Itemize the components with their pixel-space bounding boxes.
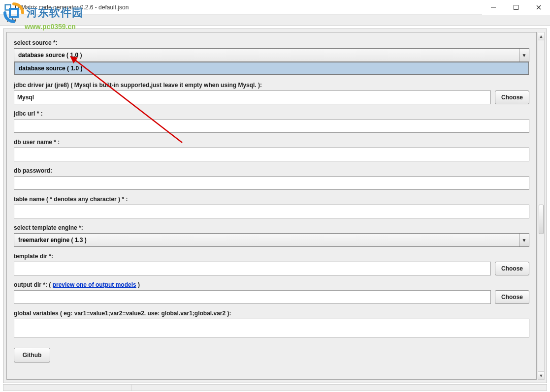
status-bar <box>3 384 547 391</box>
jdbc-driver-input[interactable] <box>14 90 491 104</box>
app-icon <box>4 3 12 11</box>
label-db-password: db password: <box>14 167 529 174</box>
scroll-down-icon[interactable]: ▼ <box>538 371 544 379</box>
output-dir-input[interactable] <box>14 290 491 304</box>
chevron-down-icon[interactable]: ▼ <box>519 49 529 61</box>
jdbc-url-input[interactable] <box>14 119 529 133</box>
label-table-name: table name ( * denotes any character ) *… <box>14 196 529 203</box>
template-engine-value: freemarker engine ( 1.3 ) <box>14 237 519 243</box>
status-segment <box>3 385 131 391</box>
vertical-scrollbar[interactable]: ▲ ▼ <box>538 32 545 380</box>
preview-output-link[interactable]: preview one of output models <box>53 281 136 288</box>
label-select-source: select source *: <box>14 39 529 46</box>
select-source-dropdown: database source ( 1.0 ) <box>14 62 529 75</box>
chevron-down-icon[interactable]: ▼ <box>519 234 529 246</box>
outer-panel: select source *: database source ( 1.0 )… <box>3 29 547 383</box>
choose-output-dir-button[interactable]: Choose <box>495 290 529 304</box>
db-user-input[interactable] <box>14 148 529 161</box>
close-button[interactable] <box>527 0 550 15</box>
choose-template-dir-button[interactable]: Choose <box>495 262 529 275</box>
form-panel: select source *: database source ( 1.0 )… <box>6 32 537 380</box>
template-engine-combo[interactable]: freemarker engine ( 1.3 ) ▼ <box>14 233 529 247</box>
label-template-dir: template dir *: <box>14 253 529 260</box>
svg-rect-1 <box>6 5 10 9</box>
menu-file[interactable]: File <box>3 16 20 25</box>
scroll-up-icon[interactable]: ▲ <box>538 32 544 40</box>
select-source-value: database source ( 1.0 ) <box>14 52 519 59</box>
template-dir-input[interactable] <box>14 262 491 275</box>
label-output-dir: output dir *: ( preview one of output mo… <box>14 281 529 288</box>
table-name-input[interactable] <box>14 205 529 218</box>
label-global-vars: global variables ( eg: var1=value1;var2=… <box>14 310 529 317</box>
global-vars-input[interactable] <box>14 319 529 337</box>
db-password-input[interactable] <box>14 176 529 190</box>
window-controls <box>482 0 550 15</box>
maximize-button[interactable] <box>505 0 527 15</box>
label-jdbc-url: jdbc url * : <box>14 110 529 117</box>
label-db-user: db user name * : <box>14 139 529 146</box>
svg-rect-3 <box>514 5 518 10</box>
menu-bar: File <box>0 15 550 26</box>
window-title: LcMatrix code generator 0.2.6 - default.… <box>15 4 129 11</box>
select-source-combo[interactable]: database source ( 1.0 ) ▼ database sourc… <box>14 48 529 62</box>
label-template-engine: select template engine *: <box>14 224 529 231</box>
scroll-thumb[interactable] <box>539 205 544 234</box>
title-bar: LcMatrix code generator 0.2.6 - default.… <box>0 0 550 15</box>
select-source-option[interactable]: database source ( 1.0 ) <box>15 62 528 74</box>
choose-driver-button[interactable]: Choose <box>495 90 529 104</box>
github-button[interactable]: Github <box>14 348 50 362</box>
minimize-button[interactable] <box>482 0 505 15</box>
label-jdbc-driver: jdbc driver jar (jre8) ( Mysql is built-… <box>14 82 529 89</box>
